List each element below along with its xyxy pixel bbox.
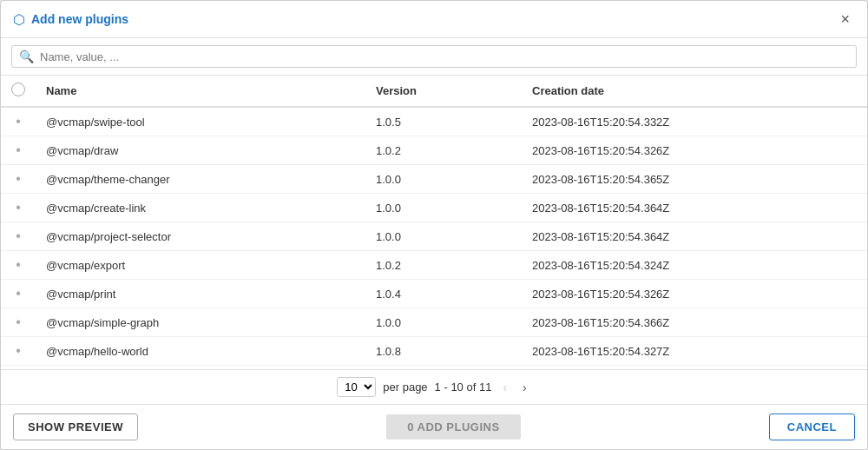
plugins-table: Name Version Creation date • @vcmap/swip… <box>1 76 867 369</box>
search-icon: 🔍 <box>19 50 34 63</box>
row-date: 2023-08-16T15:20:54.332Z <box>522 107 867 136</box>
col-header-name: Name <box>36 76 365 107</box>
row-name: @vcmap/swipe-tool <box>36 107 365 136</box>
table-row[interactable]: • @vcmap/create-link 1.0.0 2023-08-16T15… <box>1 194 867 222</box>
row-version: 1.0.0 <box>365 165 522 194</box>
dialog-header: ⬡ Add new plugins × <box>1 1 867 38</box>
dialog-title-area: ⬡ Add new plugins <box>13 11 128 28</box>
row-name: @vcmap/print <box>36 280 365 308</box>
row-date: 2023-08-16T15:20:54.327Z <box>522 337 867 366</box>
row-bullet: • <box>1 194 36 222</box>
row-date: 2023-08-16T15:20:54.326Z <box>522 136 867 165</box>
row-name: @vcmap/draw <box>36 136 365 165</box>
table-row[interactable]: • @vcmap/project-selector 1.0.0 2023-08-… <box>1 222 867 251</box>
row-name: @vcmap/simple-graph <box>36 308 365 337</box>
row-date: 2023-08-16T15:20:54.324Z <box>522 251 867 280</box>
row-version: 1.0.4 <box>365 280 522 308</box>
row-name: @vcmap/create-link <box>36 194 365 222</box>
row-bullet: • <box>1 308 36 337</box>
table-row[interactable]: • @vcmap/swipe-tool 1.0.5 2023-08-16T15:… <box>1 107 867 136</box>
search-row: 🔍 <box>1 38 867 76</box>
table-row[interactable]: • @vcmap/simple-graph 1.0.0 2023-08-16T1… <box>1 308 867 337</box>
row-date: 2023-08-16T15:20:54.364Z <box>522 194 867 222</box>
search-input[interactable] <box>40 50 849 63</box>
row-bullet: • <box>1 251 36 280</box>
row-version: 1.0.0 <box>365 308 522 337</box>
row-name: @vcmap/hello-world <box>36 337 365 366</box>
col-header-date: Creation date <box>522 76 867 107</box>
row-name: @vcmap/project-selector <box>36 222 365 251</box>
row-bullet: • <box>1 165 36 194</box>
table-row[interactable]: • @vcmap/hello-world 1.0.8 2023-08-16T15… <box>1 337 867 366</box>
col-header-version: Version <box>365 76 522 107</box>
row-version: 1.0.2 <box>365 136 522 165</box>
row-date: 2023-08-16T15:20:54.326Z <box>522 280 867 308</box>
page-range-label: 1 - 10 of 11 <box>435 381 492 394</box>
select-all-circle[interactable] <box>11 83 25 96</box>
col-header-select <box>1 76 36 107</box>
row-name: @vcmap/theme-changer <box>36 165 365 194</box>
close-button[interactable]: × <box>835 10 855 29</box>
per-page-label: per page <box>383 381 427 394</box>
row-date: 2023-08-16T15:20:54.366Z <box>522 308 867 337</box>
row-date: 2023-08-16T15:20:54.365Z <box>522 165 867 194</box>
cancel-button[interactable]: CANCEL <box>769 414 855 440</box>
show-preview-button[interactable]: SHOW PREVIEW <box>13 414 138 440</box>
per-page-select[interactable]: 102550 <box>337 377 376 397</box>
row-name: @vcmap/export <box>36 251 365 280</box>
row-date: 2023-08-16T15:20:54.364Z <box>522 222 867 251</box>
row-bullet: • <box>1 222 36 251</box>
table-area: Name Version Creation date • @vcmap/swip… <box>1 76 867 369</box>
add-plugins-dialog: ⬡ Add new plugins × 🔍 Name Version Creat… <box>0 0 868 450</box>
add-plugins-button[interactable]: 0 ADD PLUGINS <box>386 414 520 440</box>
row-bullet: • <box>1 136 36 165</box>
row-version: 1.0.5 <box>365 107 522 136</box>
table-header-row: Name Version Creation date <box>1 76 867 107</box>
prev-page-button[interactable]: ‹ <box>498 379 511 396</box>
row-version: 1.0.2 <box>365 251 522 280</box>
pagination-row: 102550 per page 1 - 10 of 11 ‹ › <box>1 369 867 404</box>
table-body: • @vcmap/swipe-tool 1.0.5 2023-08-16T15:… <box>1 107 867 369</box>
dialog-footer: SHOW PREVIEW 0 ADD PLUGINS CANCEL <box>1 404 867 449</box>
row-version: 1.0.8 <box>365 337 522 366</box>
next-page-button[interactable]: › <box>518 379 531 396</box>
row-version: 1.0.0 <box>365 194 522 222</box>
row-version: 1.0.0 <box>365 222 522 251</box>
row-bullet: • <box>1 107 36 136</box>
table-row[interactable]: • @vcmap/draw 1.0.2 2023-08-16T15:20:54.… <box>1 136 867 165</box>
table-row[interactable]: • @vcmap/theme-changer 1.0.0 2023-08-16T… <box>1 165 867 194</box>
table-row[interactable]: • @vcmap/print 1.0.4 2023-08-16T15:20:54… <box>1 280 867 308</box>
row-bullet: • <box>1 337 36 366</box>
plugin-icon: ⬡ <box>13 11 25 28</box>
table-row[interactable]: • @vcmap/export 1.0.2 2023-08-16T15:20:5… <box>1 251 867 280</box>
row-bullet: • <box>1 280 36 308</box>
search-wrapper: 🔍 <box>11 45 857 68</box>
dialog-title: Add new plugins <box>31 12 128 26</box>
